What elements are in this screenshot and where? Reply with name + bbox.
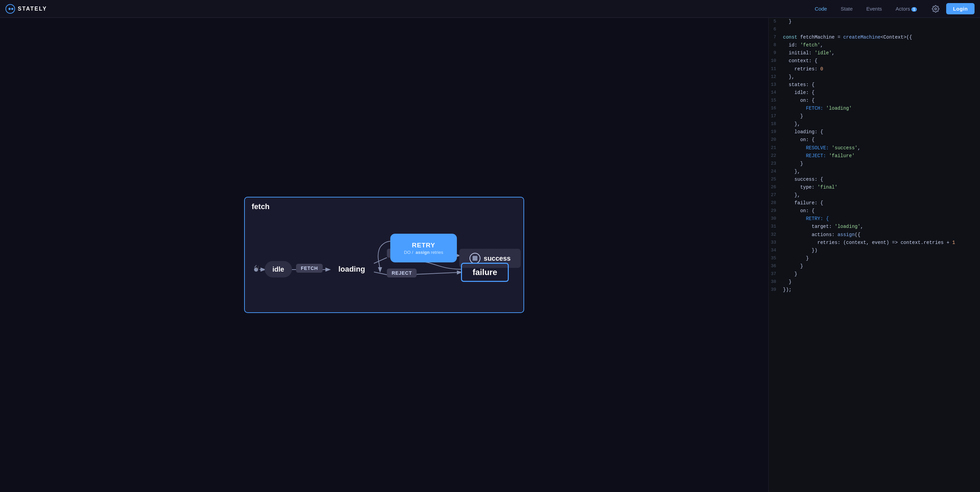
code-line: 19 loading: {	[768, 128, 980, 136]
actors-badge: 1	[912, 7, 917, 12]
code-line: 35 }	[768, 254, 980, 262]
event-reject[interactable]: REJECT	[387, 268, 417, 278]
code-line: 38 }	[768, 278, 980, 286]
logo-text: STATELY	[18, 6, 47, 12]
code-line: 16 FETCH: 'loading'	[768, 105, 980, 112]
settings-button[interactable]	[929, 2, 942, 15]
machine-label: fetch	[252, 202, 270, 211]
header-right: Login	[929, 2, 975, 15]
code-line: 37 }	[768, 270, 980, 278]
code-line: 39 });	[768, 286, 980, 294]
code-line: 28 failure: {	[768, 199, 980, 207]
code-line: 22 REJECT: 'failure'	[768, 152, 980, 160]
retry-node[interactable]: RETRY DO / assign retries	[390, 234, 457, 262]
nav-tabs: Code State Events Actors1	[808, 3, 924, 14]
code-line: 18 },	[768, 120, 980, 128]
tab-code[interactable]: Code	[808, 3, 834, 14]
code-line: 32 actions: assign({	[768, 231, 980, 239]
login-button[interactable]: Login	[946, 3, 975, 14]
code-panel[interactable]: 5 } 6 7 const fetchMachine = createMachi…	[768, 18, 980, 492]
tab-events[interactable]: Events	[859, 3, 889, 14]
tab-state[interactable]: State	[834, 3, 859, 14]
initial-indicator: ⑂	[255, 264, 259, 272]
main-container: fetch	[0, 18, 980, 492]
code-line: 31 target: 'loading',	[768, 223, 980, 231]
state-loading[interactable]: loading	[329, 261, 374, 278]
code-line: 33 retries: (context, event) => context.…	[768, 239, 980, 247]
tab-actors[interactable]: Actors1	[889, 3, 924, 14]
svg-point-2	[935, 8, 937, 10]
code-line: 20 on: {	[768, 136, 980, 144]
code-line: 29 on: {	[768, 207, 980, 215]
state-idle[interactable]: idle	[265, 261, 292, 278]
code-line: 30 RETRY: {	[768, 215, 980, 223]
diagram-wrapper: fetch	[244, 197, 524, 313]
code-line: 10 context: {	[768, 57, 980, 65]
code-line: 6	[768, 26, 980, 34]
code-line: 15 on: {	[768, 97, 980, 105]
header: STATELY Code State Events Actors1 Login	[0, 0, 980, 18]
code-line: 8 id: 'fetch',	[768, 42, 980, 49]
code-line: 11 retries: 0	[768, 65, 980, 73]
code-line: 26 type: 'final'	[768, 184, 980, 191]
final-state-icon	[469, 253, 480, 264]
logo-area: STATELY	[5, 4, 808, 14]
code-line: 34 })	[768, 247, 980, 254]
final-icon-inner	[473, 256, 477, 261]
code-line: 17 }	[768, 112, 980, 120]
code-line: 21 RESOLVE: 'success',	[768, 144, 980, 152]
state-failure[interactable]: failure	[461, 263, 509, 282]
code-line: 27 },	[768, 191, 980, 199]
code-line: 7 const fetchMachine = createMachine<Con…	[768, 34, 980, 42]
code-line: 25 success: {	[768, 176, 980, 184]
canvas-panel: fetch	[0, 18, 768, 492]
code-line: 36 }	[768, 262, 980, 270]
code-line: 14 idle: {	[768, 89, 980, 97]
code-line: 23 }	[768, 160, 980, 168]
svg-point-1	[11, 8, 13, 10]
code-line: 5 }	[768, 18, 980, 26]
code-line: 9 initial: 'idle',	[768, 49, 980, 57]
event-fetch[interactable]: FETCH	[296, 264, 323, 273]
logo-icon	[5, 4, 15, 14]
code-line: 24 },	[768, 168, 980, 176]
code-line: 13 states: {	[768, 81, 980, 89]
code-line: 12 },	[768, 73, 980, 81]
